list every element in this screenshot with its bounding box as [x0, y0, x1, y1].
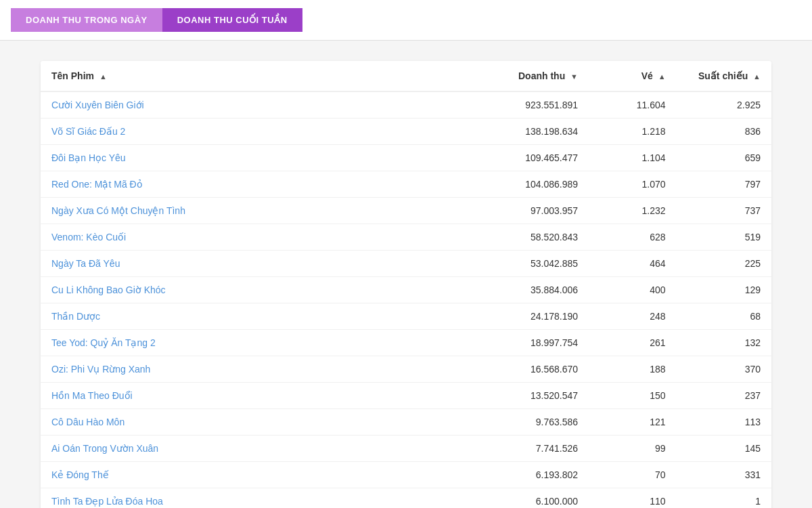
cell-showings: 237 [677, 383, 771, 409]
cell-movie-name[interactable]: Cô Dâu Hào Môn [41, 409, 443, 436]
col-header-revenue[interactable]: Doanh thu ▼ [443, 61, 589, 91]
cell-tickets: 11.604 [589, 91, 677, 119]
cell-movie-name[interactable]: Ozi: Phi Vụ Rừng Xanh [41, 356, 443, 383]
cell-tickets: 1.070 [589, 171, 677, 198]
cell-movie-name[interactable]: Ai Oán Trong Vườn Xuân [41, 436, 443, 462]
table-row: Cu Li Không Bao Giờ Khóc35.884.006400129 [41, 277, 771, 303]
cell-tickets: 400 [589, 277, 677, 303]
cell-revenue: 24.178.190 [443, 303, 589, 330]
cell-showings: 1 [677, 488, 771, 509]
cell-showings: 225 [677, 251, 771, 277]
cell-showings: 113 [677, 409, 771, 436]
cell-movie-name[interactable]: Venom: Kèo Cuối [41, 224, 443, 251]
cell-showings: 370 [677, 356, 771, 383]
cell-revenue: 7.741.526 [443, 436, 589, 462]
cell-revenue: 9.763.586 [443, 409, 589, 436]
sort-revenue-icon: ▼ [570, 72, 578, 81]
table-row: Đôi Bạn Học Yêu109.465.4771.104659 [41, 145, 771, 171]
cell-tickets: 628 [589, 224, 677, 251]
cell-revenue: 104.086.989 [443, 171, 589, 198]
cell-movie-name[interactable]: Đôi Bạn Học Yêu [41, 145, 443, 171]
cell-revenue: 53.042.885 [443, 251, 589, 277]
cell-showings: 132 [677, 330, 771, 356]
cell-tickets: 188 [589, 356, 677, 383]
cell-showings: 129 [677, 277, 771, 303]
cell-movie-name[interactable]: Kẻ Đóng Thế [41, 462, 443, 488]
cell-movie-name[interactable]: Tình Ta Đẹp Lửa Đóa Hoa [41, 488, 443, 509]
cell-movie-name[interactable]: Thần Dược [41, 303, 443, 330]
tab-daily[interactable]: DOANH THU TRONG NGÀY [11, 8, 162, 32]
cell-revenue: 109.465.477 [443, 145, 589, 171]
cell-showings: 331 [677, 462, 771, 488]
table-row: Hồn Ma Theo Đuổi13.520.547150237 [41, 383, 771, 409]
cell-tickets: 70 [589, 462, 677, 488]
table-row: Ngày Xưa Có Một Chuyện Tình97.003.9571.2… [41, 198, 771, 224]
cell-movie-name[interactable]: Võ Sĩ Giác Đấu 2 [41, 119, 443, 145]
table-row: Cô Dâu Hào Môn9.763.586121113 [41, 409, 771, 436]
col-header-tickets[interactable]: Vé ▲ [589, 61, 677, 91]
cell-tickets: 1.104 [589, 145, 677, 171]
cell-movie-name[interactable]: Ngày Xưa Có Một Chuyện Tình [41, 198, 443, 224]
cell-tickets: 110 [589, 488, 677, 509]
table-row: Tee Yod: Quỷ Ăn Tạng 218.997.754261132 [41, 330, 771, 356]
sort-name-icon: ▲ [99, 72, 107, 81]
cell-showings: 2.925 [677, 91, 771, 119]
cell-showings: 737 [677, 198, 771, 224]
table-wrapper: Tên Phim ▲ Doanh thu ▼ Vé ▲ Suất chiếu ▲ [41, 61, 771, 508]
cell-showings: 659 [677, 145, 771, 171]
cell-revenue: 13.520.547 [443, 383, 589, 409]
main-content: Tên Phim ▲ Doanh thu ▼ Vé ▲ Suất chiếu ▲ [0, 41, 812, 508]
table-row: Ngày Ta Đã Yêu53.042.885464225 [41, 251, 771, 277]
table-header-row: Tên Phim ▲ Doanh thu ▼ Vé ▲ Suất chiếu ▲ [41, 61, 771, 91]
cell-revenue: 138.198.634 [443, 119, 589, 145]
table-row: Võ Sĩ Giác Đấu 2138.198.6341.218836 [41, 119, 771, 145]
cell-revenue: 97.003.957 [443, 198, 589, 224]
cell-revenue: 6.193.802 [443, 462, 589, 488]
cell-tickets: 1.218 [589, 119, 677, 145]
table-row: Cười Xuyên Biên Giới923.551.89111.6042.9… [41, 91, 771, 119]
tab-bar: DOANH THU TRONG NGÀY DOANH THU CUỐI TUẦN [0, 0, 812, 41]
cell-tickets: 261 [589, 330, 677, 356]
tab-weekend[interactable]: DOANH THU CUỐI TUẦN [162, 8, 302, 32]
cell-revenue: 6.100.000 [443, 488, 589, 509]
table-row: Ai Oán Trong Vườn Xuân7.741.52699145 [41, 436, 771, 462]
cell-showings: 797 [677, 171, 771, 198]
cell-movie-name[interactable]: Cu Li Không Bao Giờ Khóc [41, 277, 443, 303]
cell-showings: 68 [677, 303, 771, 330]
table-row: Tình Ta Đẹp Lửa Đóa Hoa6.100.0001101 [41, 488, 771, 509]
cell-tickets: 150 [589, 383, 677, 409]
cell-revenue: 58.520.843 [443, 224, 589, 251]
cell-showings: 836 [677, 119, 771, 145]
cell-revenue: 16.568.670 [443, 356, 589, 383]
revenue-table: Tên Phim ▲ Doanh thu ▼ Vé ▲ Suất chiếu ▲ [41, 61, 771, 508]
cell-tickets: 121 [589, 409, 677, 436]
sort-tickets-icon: ▲ [658, 72, 666, 81]
cell-tickets: 248 [589, 303, 677, 330]
table-row: Thần Dược24.178.19024868 [41, 303, 771, 330]
cell-movie-name[interactable]: Tee Yod: Quỷ Ăn Tạng 2 [41, 330, 443, 356]
cell-revenue: 18.997.754 [443, 330, 589, 356]
table-row: Ozi: Phi Vụ Rừng Xanh16.568.670188370 [41, 356, 771, 383]
cell-tickets: 464 [589, 251, 677, 277]
col-header-showings[interactable]: Suất chiếu ▲ [677, 61, 771, 91]
table-row: Venom: Kèo Cuối58.520.843628519 [41, 224, 771, 251]
cell-showings: 145 [677, 436, 771, 462]
table-row: Kẻ Đóng Thế6.193.80270331 [41, 462, 771, 488]
cell-showings: 519 [677, 224, 771, 251]
table-row: Red One: Mật Mã Đỏ104.086.9891.070797 [41, 171, 771, 198]
sort-showings-icon: ▲ [753, 72, 761, 81]
col-header-name[interactable]: Tên Phim ▲ [41, 61, 443, 91]
cell-tickets: 1.232 [589, 198, 677, 224]
cell-movie-name[interactable]: Hồn Ma Theo Đuổi [41, 383, 443, 409]
cell-revenue: 923.551.891 [443, 91, 589, 119]
cell-tickets: 99 [589, 436, 677, 462]
cell-movie-name[interactable]: Ngày Ta Đã Yêu [41, 251, 443, 277]
cell-movie-name[interactable]: Red One: Mật Mã Đỏ [41, 171, 443, 198]
cell-movie-name[interactable]: Cười Xuyên Biên Giới [41, 91, 443, 119]
cell-revenue: 35.884.006 [443, 277, 589, 303]
